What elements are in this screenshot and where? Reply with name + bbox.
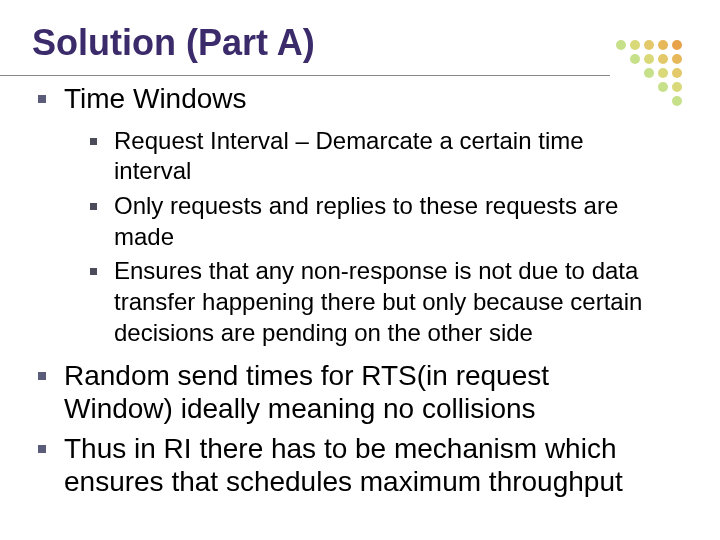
decor-dot <box>672 40 682 50</box>
sub-bullet-item: Request Interval – Demarcate a certain t… <box>88 126 660 187</box>
decor-dot <box>672 68 682 78</box>
decor-dot <box>672 82 682 92</box>
bullet-list-level2: Request Interval – Demarcate a certain t… <box>64 126 660 349</box>
bullet-item: Time Windows Request Interval – Demarcat… <box>34 82 660 349</box>
decor-dot <box>630 54 640 64</box>
slide: Solution (Part A) Time Windows Request I… <box>0 0 720 540</box>
slide-body: Time Windows Request Interval – Demarcat… <box>34 82 660 505</box>
slide-title: Solution (Part A) <box>32 22 315 64</box>
sub-bullet-item: Only requests and replies to these reque… <box>88 191 660 252</box>
bullet-text: Thus in RI there has to be mechanism whi… <box>64 433 623 498</box>
title-divider <box>0 75 610 76</box>
bullet-item: Thus in RI there has to be mechanism whi… <box>34 432 660 499</box>
bullet-list-level1: Time Windows Request Interval – Demarcat… <box>34 82 660 499</box>
sub-bullet-item: Ensures that any non-response is not due… <box>88 256 660 348</box>
decor-dot <box>644 40 654 50</box>
sub-bullet-text: Ensures that any non-response is not due… <box>114 257 642 345</box>
decor-dot <box>658 40 668 50</box>
decor-dot <box>672 54 682 64</box>
decor-dot <box>644 68 654 78</box>
decor-dot <box>672 96 682 106</box>
bullet-text: Random send times for RTS(in request Win… <box>64 360 549 425</box>
decor-dot <box>644 54 654 64</box>
sub-bullet-text: Only requests and replies to these reque… <box>114 192 618 250</box>
bullet-text: Time Windows <box>64 83 247 114</box>
decor-dot <box>616 40 626 50</box>
decor-dot <box>658 54 668 64</box>
decor-dot <box>630 40 640 50</box>
bullet-item: Random send times for RTS(in request Win… <box>34 359 660 426</box>
sub-bullet-text: Request Interval – Demarcate a certain t… <box>114 127 584 185</box>
decor-dot <box>658 68 668 78</box>
